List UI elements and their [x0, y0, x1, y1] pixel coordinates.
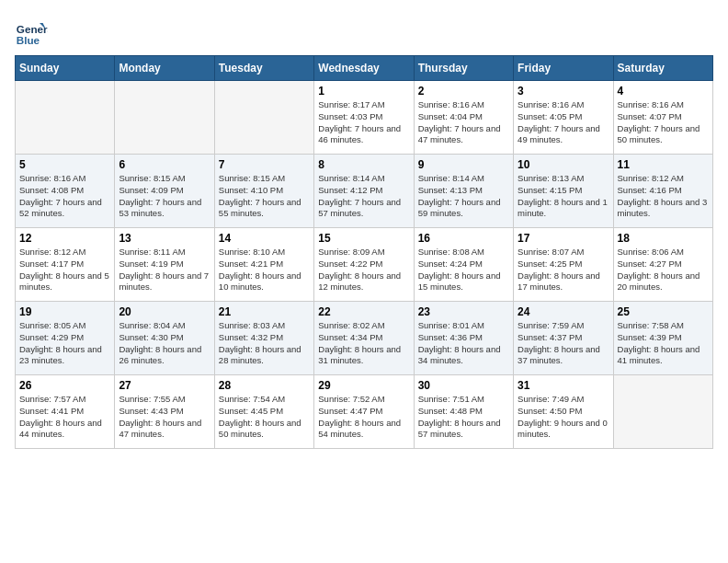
day-number: 26 — [19, 379, 110, 392]
col-header-wednesday: Wednesday — [314, 56, 414, 81]
day-number: 21 — [219, 305, 310, 318]
col-header-monday: Monday — [115, 56, 214, 81]
day-info: Sunrise: 8:15 AM Sunset: 4:09 PM Dayligh… — [119, 173, 210, 220]
day-number: 1 — [318, 85, 409, 98]
day-info: Sunrise: 8:14 AM Sunset: 4:13 PM Dayligh… — [418, 173, 509, 220]
day-info: Sunrise: 8:16 AM Sunset: 4:04 PM Dayligh… — [418, 99, 509, 146]
day-info: Sunrise: 8:16 AM Sunset: 4:08 PM Dayligh… — [19, 173, 110, 220]
calendar-cell: 11Sunrise: 8:12 AM Sunset: 4:16 PM Dayli… — [613, 155, 712, 228]
calendar-cell: 6Sunrise: 8:15 AM Sunset: 4:09 PM Daylig… — [115, 155, 214, 228]
calendar-cell: 14Sunrise: 8:10 AM Sunset: 4:21 PM Dayli… — [214, 228, 313, 302]
calendar-cell: 30Sunrise: 7:51 AM Sunset: 4:48 PM Dayli… — [414, 375, 513, 449]
col-header-saturday: Saturday — [613, 56, 712, 81]
calendar-cell: 2Sunrise: 8:16 AM Sunset: 4:04 PM Daylig… — [414, 81, 513, 155]
day-number: 2 — [418, 85, 509, 98]
day-number: 9 — [418, 158, 509, 171]
day-info: Sunrise: 7:57 AM Sunset: 4:41 PM Dayligh… — [19, 394, 110, 441]
day-number: 27 — [119, 379, 210, 392]
calendar-week-row: 26Sunrise: 7:57 AM Sunset: 4:41 PM Dayli… — [16, 375, 713, 449]
calendar-cell: 4Sunrise: 8:16 AM Sunset: 4:07 PM Daylig… — [613, 81, 712, 155]
calendar-cell: 12Sunrise: 8:12 AM Sunset: 4:17 PM Dayli… — [16, 228, 115, 302]
day-number: 13 — [119, 232, 210, 245]
day-number: 29 — [318, 379, 409, 392]
day-number: 11 — [618, 158, 709, 171]
day-number: 19 — [19, 305, 110, 318]
day-number: 3 — [518, 85, 609, 98]
day-info: Sunrise: 8:02 AM Sunset: 4:34 PM Dayligh… — [318, 320, 409, 367]
calendar-cell: 3Sunrise: 8:16 AM Sunset: 4:05 PM Daylig… — [514, 81, 613, 155]
calendar-cell — [16, 81, 115, 155]
day-info: Sunrise: 7:52 AM Sunset: 4:47 PM Dayligh… — [318, 394, 409, 441]
calendar-cell: 18Sunrise: 8:06 AM Sunset: 4:27 PM Dayli… — [613, 228, 712, 302]
calendar-cell: 19Sunrise: 8:05 AM Sunset: 4:29 PM Dayli… — [16, 302, 115, 375]
day-info: Sunrise: 7:58 AM Sunset: 4:39 PM Dayligh… — [618, 320, 709, 367]
day-info: Sunrise: 7:51 AM Sunset: 4:48 PM Dayligh… — [418, 394, 509, 441]
calendar-cell: 1Sunrise: 8:17 AM Sunset: 4:03 PM Daylig… — [314, 81, 414, 155]
calendar-cell: 31Sunrise: 7:49 AM Sunset: 4:50 PM Dayli… — [514, 375, 613, 449]
calendar-week-row: 1Sunrise: 8:17 AM Sunset: 4:03 PM Daylig… — [16, 81, 713, 155]
day-info: Sunrise: 8:13 AM Sunset: 4:15 PM Dayligh… — [518, 173, 609, 220]
day-number: 4 — [618, 85, 709, 98]
day-info: Sunrise: 8:08 AM Sunset: 4:24 PM Dayligh… — [418, 247, 509, 293]
calendar-header-row: SundayMondayTuesdayWednesdayThursdayFrid… — [16, 56, 713, 81]
calendar-week-row: 12Sunrise: 8:12 AM Sunset: 4:17 PM Dayli… — [16, 228, 713, 302]
calendar-cell — [214, 81, 313, 155]
day-number: 10 — [518, 158, 609, 171]
calendar-cell: 8Sunrise: 8:14 AM Sunset: 4:12 PM Daylig… — [314, 155, 414, 228]
calendar-cell: 29Sunrise: 7:52 AM Sunset: 4:47 PM Dayli… — [314, 375, 414, 449]
day-number: 12 — [19, 232, 110, 245]
day-info: Sunrise: 8:10 AM Sunset: 4:21 PM Dayligh… — [219, 247, 310, 293]
day-number: 8 — [318, 158, 409, 171]
day-info: Sunrise: 8:04 AM Sunset: 4:30 PM Dayligh… — [119, 320, 210, 367]
calendar-cell: 28Sunrise: 7:54 AM Sunset: 4:45 PM Dayli… — [214, 375, 313, 449]
day-number: 30 — [418, 379, 509, 392]
calendar-cell: 17Sunrise: 8:07 AM Sunset: 4:25 PM Dayli… — [514, 228, 613, 302]
day-info: Sunrise: 8:12 AM Sunset: 4:17 PM Dayligh… — [19, 247, 110, 293]
day-number: 22 — [318, 305, 409, 318]
page-header: General Blue — [15, 15, 713, 48]
calendar-week-row: 19Sunrise: 8:05 AM Sunset: 4:29 PM Dayli… — [16, 302, 713, 375]
day-number: 23 — [418, 305, 509, 318]
calendar-cell: 24Sunrise: 7:59 AM Sunset: 4:37 PM Dayli… — [514, 302, 613, 375]
calendar-cell: 26Sunrise: 7:57 AM Sunset: 4:41 PM Dayli… — [16, 375, 115, 449]
day-info: Sunrise: 7:55 AM Sunset: 4:43 PM Dayligh… — [119, 394, 210, 441]
col-header-tuesday: Tuesday — [214, 56, 313, 81]
day-number: 6 — [119, 158, 210, 171]
day-info: Sunrise: 8:15 AM Sunset: 4:10 PM Dayligh… — [219, 173, 310, 220]
day-info: Sunrise: 8:17 AM Sunset: 4:03 PM Dayligh… — [318, 99, 409, 146]
calendar-cell: 16Sunrise: 8:08 AM Sunset: 4:24 PM Dayli… — [414, 228, 513, 302]
day-info: Sunrise: 8:16 AM Sunset: 4:07 PM Dayligh… — [618, 99, 709, 146]
logo: General Blue — [15, 15, 48, 48]
calendar-cell: 23Sunrise: 8:01 AM Sunset: 4:36 PM Dayli… — [414, 302, 513, 375]
day-info: Sunrise: 7:49 AM Sunset: 4:50 PM Dayligh… — [518, 394, 609, 441]
day-info: Sunrise: 8:16 AM Sunset: 4:05 PM Dayligh… — [518, 99, 609, 146]
calendar-cell: 10Sunrise: 8:13 AM Sunset: 4:15 PM Dayli… — [514, 155, 613, 228]
calendar-week-row: 5Sunrise: 8:16 AM Sunset: 4:08 PM Daylig… — [16, 155, 713, 228]
day-info: Sunrise: 8:09 AM Sunset: 4:22 PM Dayligh… — [318, 247, 409, 293]
day-info: Sunrise: 8:07 AM Sunset: 4:25 PM Dayligh… — [518, 247, 609, 293]
calendar-cell: 27Sunrise: 7:55 AM Sunset: 4:43 PM Dayli… — [115, 375, 214, 449]
col-header-thursday: Thursday — [414, 56, 513, 81]
calendar-cell: 20Sunrise: 8:04 AM Sunset: 4:30 PM Dayli… — [115, 302, 214, 375]
calendar-table: SundayMondayTuesdayWednesdayThursdayFrid… — [15, 55, 713, 449]
day-info: Sunrise: 8:11 AM Sunset: 4:19 PM Dayligh… — [119, 247, 210, 293]
calendar-cell: 22Sunrise: 8:02 AM Sunset: 4:34 PM Dayli… — [314, 302, 414, 375]
day-info: Sunrise: 8:14 AM Sunset: 4:12 PM Dayligh… — [318, 173, 409, 220]
calendar-cell: 5Sunrise: 8:16 AM Sunset: 4:08 PM Daylig… — [16, 155, 115, 228]
day-number: 24 — [518, 305, 609, 318]
day-number: 31 — [518, 379, 609, 392]
day-number: 16 — [418, 232, 509, 245]
day-number: 20 — [119, 305, 210, 318]
day-info: Sunrise: 7:59 AM Sunset: 4:37 PM Dayligh… — [518, 320, 609, 367]
day-info: Sunrise: 7:54 AM Sunset: 4:45 PM Dayligh… — [219, 394, 310, 441]
day-info: Sunrise: 8:06 AM Sunset: 4:27 PM Dayligh… — [618, 247, 709, 293]
day-number: 28 — [219, 379, 310, 392]
calendar-cell: 9Sunrise: 8:14 AM Sunset: 4:13 PM Daylig… — [414, 155, 513, 228]
day-info: Sunrise: 8:05 AM Sunset: 4:29 PM Dayligh… — [19, 320, 110, 367]
calendar-cell — [115, 81, 214, 155]
day-number: 5 — [19, 158, 110, 171]
day-info: Sunrise: 8:01 AM Sunset: 4:36 PM Dayligh… — [418, 320, 509, 367]
day-number: 7 — [219, 158, 310, 171]
day-number: 25 — [618, 305, 709, 318]
calendar-cell: 13Sunrise: 8:11 AM Sunset: 4:19 PM Dayli… — [115, 228, 214, 302]
